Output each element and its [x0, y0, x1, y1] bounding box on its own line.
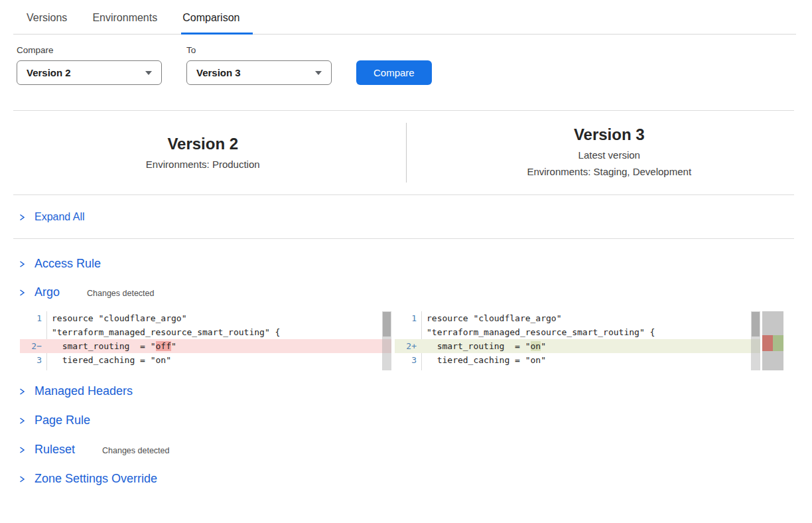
chevron-down-icon: [315, 71, 322, 75]
section-argo[interactable]: Argo Changes detected: [18, 285, 155, 299]
diff-left-pane: 1 resource "cloudflare_argo" "terraform_…: [20, 311, 391, 370]
compare-from-group: Compare Version 2: [17, 45, 162, 85]
chevron-right-icon[interactable]: [18, 288, 26, 297]
code-text: smart_routing = "off": [46, 339, 391, 353]
code-text: }: [421, 367, 760, 370]
line-number: 3: [20, 353, 46, 367]
tab-comparison-label: Comparison: [182, 12, 239, 23]
diff-line: "terraform_managed_resource_smart_routin…: [20, 325, 391, 339]
section-access-rule[interactable]: Access Rule: [18, 257, 101, 271]
deleted-token: off: [156, 341, 171, 351]
tabs-bar: Versions Environments Comparison: [13, 0, 796, 35]
chevron-right-icon[interactable]: [18, 416, 26, 425]
diff-line: 1 resource "cloudflare_argo": [395, 311, 760, 325]
diff-line-added: 2+ smart_routing = "on": [395, 339, 760, 353]
code-text: tiered_caching = "on": [46, 353, 391, 367]
version-right-title: Version 3: [407, 125, 812, 144]
compare-from-label: Compare: [17, 45, 162, 55]
chevron-right-icon[interactable]: [18, 387, 26, 396]
diff-line-clipped: }: [20, 367, 391, 370]
chevron-down-icon: [145, 71, 152, 75]
section-managed-headers-label: Managed Headers: [34, 384, 133, 398]
section-page-rule-label: Page Rule: [34, 413, 90, 427]
diff-line: "terraform_managed_resource_smart_routin…: [395, 325, 760, 339]
version-right-subtitle: Latest version: [407, 149, 812, 161]
diff-change-marker[interactable]: [762, 335, 783, 351]
expand-all-label: Expand All: [34, 211, 85, 223]
code-text: tiered_caching = "on": [421, 353, 760, 367]
changes-detected-badge: Changes detected: [102, 446, 169, 455]
line-number: [395, 325, 421, 339]
compare-button[interactable]: Compare: [356, 60, 432, 85]
diff-line-clipped: }: [395, 367, 760, 370]
chevron-right-icon[interactable]: [18, 213, 26, 222]
code-text: "terraform_managed_resource_smart_routin…: [46, 325, 391, 339]
section-page-rule[interactable]: Page Rule: [18, 413, 90, 427]
expand-all-button[interactable]: Expand All: [18, 211, 85, 223]
version-right-environments: Environments: Staging, Development: [407, 166, 812, 177]
section-managed-headers[interactable]: Managed Headers: [18, 384, 133, 398]
section-zone-settings-override-label: Zone Settings Override: [34, 472, 157, 486]
diff-right-pane: 1 resource "cloudflare_argo" "terraform_…: [395, 311, 760, 370]
added-token: on: [531, 341, 541, 351]
section-argo-label: Argo: [34, 285, 60, 299]
scrollbar[interactable]: [382, 311, 391, 370]
compare-to-group: To Version 3: [186, 45, 332, 85]
chevron-right-icon[interactable]: [18, 445, 26, 455]
version-left-environments: Environments: Production: [0, 159, 406, 170]
diff-line: 1 resource "cloudflare_argo": [20, 311, 391, 325]
line-number: 1: [395, 311, 421, 325]
line-number: [20, 367, 46, 370]
section-ruleset[interactable]: Ruleset Changes detected: [18, 443, 170, 457]
code-text: resource "cloudflare_argo": [46, 311, 391, 325]
version-headers: Version 2 Environments: Production Versi…: [0, 111, 812, 194]
diff-overview-ruler[interactable]: [762, 311, 783, 370]
line-number: [20, 325, 46, 339]
compare-from-select[interactable]: Version 2: [17, 60, 162, 85]
code-text: }: [46, 367, 391, 370]
line-number: 3: [395, 353, 421, 367]
tab-versions[interactable]: Versions: [27, 12, 67, 24]
tab-comparison[interactable]: Comparison: [182, 12, 239, 24]
addition-marker: [773, 335, 783, 351]
deletion-marker: [762, 335, 773, 351]
tab-list: Versions Environments Comparison: [13, 0, 796, 34]
diff-line-deleted: 2− smart_routing = "off": [20, 339, 391, 353]
chevron-right-icon[interactable]: [18, 475, 26, 484]
divider: [13, 238, 794, 239]
version-right-header: Version 3 Latest version Environments: S…: [407, 111, 812, 194]
diff-line: 3 tiered_caching = "on": [395, 353, 760, 367]
scrollbar-thumb[interactable]: [752, 312, 760, 336]
compare-form: Compare Version 2 To Version 3 Compare: [0, 35, 812, 85]
compare-to-label: To: [186, 45, 332, 55]
line-number: 2−: [20, 339, 46, 353]
line-number: 1: [20, 311, 46, 325]
divider: [13, 194, 794, 195]
version-left-header: Version 2 Environments: Production: [0, 111, 406, 194]
line-number: 2+: [395, 339, 421, 353]
compare-to-select[interactable]: Version 3: [186, 60, 332, 85]
scrollbar-thumb[interactable]: [383, 312, 391, 336]
code-text: resource "cloudflare_argo": [421, 311, 760, 325]
compare-from-value: Version 2: [27, 67, 71, 78]
tab-environments[interactable]: Environments: [92, 12, 157, 24]
argo-diff: 1 resource "cloudflare_argo" "terraform_…: [20, 311, 794, 370]
code-text: smart_routing = "on": [421, 339, 760, 353]
section-access-rule-label: Access Rule: [34, 257, 101, 271]
code-text: "terraform_managed_resource_smart_routin…: [421, 325, 760, 339]
section-ruleset-label: Ruleset: [34, 443, 75, 457]
version-left-title: Version 2: [0, 135, 406, 153]
scrollbar[interactable]: [751, 311, 760, 370]
chevron-right-icon[interactable]: [18, 260, 26, 269]
changes-detected-badge: Changes detected: [87, 289, 154, 298]
line-number: [395, 367, 421, 370]
compare-to-value: Version 3: [196, 67, 241, 78]
section-zone-settings-override[interactable]: Zone Settings Override: [18, 472, 157, 486]
active-tab-underline: [181, 33, 253, 35]
diff-line: 3 tiered_caching = "on": [20, 353, 391, 367]
